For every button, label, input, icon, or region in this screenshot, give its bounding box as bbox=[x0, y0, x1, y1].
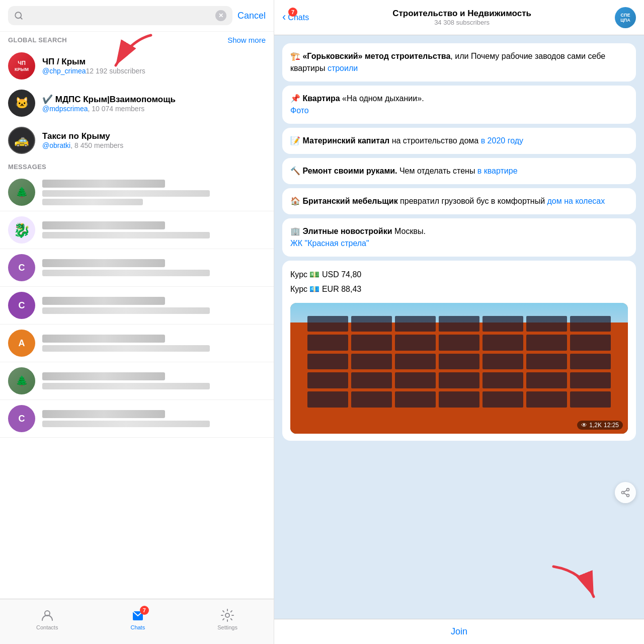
chat-text-blur-6 bbox=[42, 383, 210, 389]
red-arrow-indicator bbox=[101, 30, 161, 83]
building-windows bbox=[307, 316, 611, 408]
messages-list: 🌲 🐉 С bbox=[0, 174, 274, 599]
message-2: 📌 Квартира «На одном дыхании». Фото bbox=[282, 86, 636, 124]
back-chevron-icon: ‹ bbox=[282, 11, 286, 24]
msg-text-5: 🏠 Британский мебельщик превратил грузово… bbox=[290, 195, 628, 207]
rate-usd: Курс 💵 USD 74,80 bbox=[290, 268, 628, 282]
msg-link-4[interactable]: в квартире bbox=[477, 167, 518, 175]
bottom-navigation: Contacts 7 Chats Settings bbox=[0, 599, 274, 644]
svg-point-4 bbox=[225, 613, 229, 617]
chat-item-6[interactable]: 🌲 bbox=[0, 362, 274, 400]
image-metadata: 👁 1,2K 12:25 bbox=[577, 421, 623, 430]
message-4: 🔨 Ремонт своими руками. Чем отделать сте… bbox=[282, 158, 636, 184]
rate-eur: Курс 💶 EUR 88,43 bbox=[290, 282, 628, 297]
svg-line-8 bbox=[624, 493, 627, 495]
chat-text-blur-3 bbox=[42, 270, 210, 276]
msg-text-2: 📌 Квартира «На одном дыхании». Фото bbox=[290, 93, 628, 117]
result-name-mdps: ✔️ МДПС Крым|Взаимопомощь bbox=[42, 94, 266, 105]
contacts-icon bbox=[40, 608, 54, 622]
msg-text-4: 🔨 Ремонт своими руками. Чем отделать сте… bbox=[290, 165, 628, 177]
search-bar: Крым ✕ Cancel bbox=[0, 0, 274, 32]
channel-avatar[interactable]: СПЕЦПА bbox=[615, 7, 636, 28]
message-5: 🏠 Британский мебельщик превратил грузово… bbox=[282, 188, 636, 214]
msg-link-6[interactable]: ЖК "Красная стрела" bbox=[290, 239, 369, 248]
message-1: 🏗️ «Горьковский» метод строительства, ил… bbox=[282, 43, 636, 82]
chat-info-5 bbox=[42, 335, 266, 352]
join-bar: Join bbox=[274, 619, 644, 644]
result-info-taxi: Такси по Крыму @obratki, 8 450 members bbox=[42, 131, 266, 149]
avatar-chat6: 🌲 bbox=[8, 367, 35, 394]
msg-text-1: 🏗️ «Горьковский» метод строительства, ил… bbox=[290, 50, 628, 74]
chat-info-3 bbox=[42, 259, 266, 276]
search-icon bbox=[14, 11, 23, 20]
chat-info-4 bbox=[42, 297, 266, 314]
back-button[interactable]: 7 ‹ Chats bbox=[282, 12, 309, 24]
search-input-wrapper: Крым ✕ bbox=[8, 6, 232, 25]
chat-item-2[interactable]: 🐉 bbox=[0, 211, 274, 249]
avatar-chat2: 🐉 bbox=[8, 216, 35, 244]
chats-badge: 7 bbox=[140, 606, 149, 615]
right-panel: 7 ‹ Chats Строительство и Недвижимость 3… bbox=[274, 0, 644, 644]
messages-section-header: MESSAGES bbox=[0, 159, 274, 174]
avatar-chat4: С bbox=[8, 292, 35, 319]
message-3: 📝 Материнский капитал на строительство д… bbox=[282, 128, 636, 154]
view-count: 1,2K bbox=[589, 422, 602, 429]
chat-item-4[interactable]: С bbox=[0, 287, 274, 325]
nav-chats[interactable]: 7 Chats bbox=[130, 608, 145, 630]
join-arrow-indicator bbox=[543, 561, 614, 609]
msg-link-3[interactable]: в 2020 году bbox=[481, 136, 523, 145]
settings-icon bbox=[220, 608, 234, 622]
channel-info: Строительство и Недвижимость 34 308 subs… bbox=[314, 9, 610, 26]
msg-text-6: 🏢 Элитные новостройки Москвы. ЖК "Красна… bbox=[290, 225, 628, 250]
search-input[interactable]: Крым bbox=[27, 11, 211, 21]
nav-contacts-label: Contacts bbox=[36, 624, 58, 630]
chats-icon: 7 bbox=[131, 608, 145, 622]
result-info-mdps: ✔️ МДПС Крым|Взаимопомощь @mdpscrimea, 1… bbox=[42, 94, 266, 113]
left-panel: Крым ✕ Cancel GLOBAL SEARCH Show more ЧП… bbox=[0, 0, 274, 644]
channel-name: Строительство и Недвижимость bbox=[314, 9, 610, 19]
channel-header: 7 ‹ Chats Строительство и Недвижимость 3… bbox=[274, 0, 644, 35]
global-search-title: GLOBAL SEARCH bbox=[8, 36, 67, 44]
chat-text-blur-5 bbox=[42, 345, 210, 352]
chat-name-blur-5 bbox=[42, 335, 165, 343]
view-icon: 👁 bbox=[581, 422, 587, 429]
msg-link-2[interactable]: Фото bbox=[290, 106, 309, 115]
nav-contacts[interactable]: Contacts bbox=[36, 608, 58, 630]
chat-messages: 🏗️ «Горьковский» метод строительства, ил… bbox=[274, 35, 644, 619]
message-6: 🏢 Элитные новостройки Москвы. ЖК "Красна… bbox=[282, 218, 636, 257]
chat-info-6 bbox=[42, 372, 266, 389]
avatar-chat3: С bbox=[8, 254, 35, 281]
chat-info-1 bbox=[42, 180, 266, 205]
channel-subscribers: 34 308 subscribers bbox=[314, 19, 610, 26]
channel-avatar-inner: СПЕЦПА bbox=[615, 7, 636, 28]
nav-settings[interactable]: Settings bbox=[217, 608, 237, 630]
show-more-button[interactable]: Show more bbox=[227, 36, 266, 44]
message-rates: Курс 💵 USD 74,80 Курс 💶 EUR 88,43 👁 1,2K… bbox=[282, 261, 636, 441]
cancel-button[interactable]: Cancel bbox=[237, 11, 266, 21]
chat-text-blur-2 bbox=[42, 232, 210, 238]
chat-text2-blur-1 bbox=[42, 199, 143, 205]
image-time: 12:25 bbox=[604, 422, 619, 429]
join-button[interactable]: Join bbox=[451, 626, 467, 637]
msg-link-5[interactable]: дом на колесах bbox=[547, 197, 605, 205]
chat-name-blur-6 bbox=[42, 372, 165, 380]
share-button[interactable] bbox=[615, 482, 636, 503]
search-result-taxi[interactable]: 🚕 Такси по Крыму @obratki, 8 450 members bbox=[0, 122, 274, 159]
msg-text-3: 📝 Материнский капитал на строительство д… bbox=[290, 135, 628, 147]
chat-name-blur-2 bbox=[42, 221, 165, 229]
chat-item-1[interactable]: 🌲 bbox=[0, 174, 274, 211]
chat-text-blur-1 bbox=[42, 190, 210, 197]
msg-link-1[interactable]: строили bbox=[328, 64, 358, 72]
messages-section-title: MESSAGES bbox=[8, 163, 46, 171]
chat-name-blur-4 bbox=[42, 297, 165, 305]
search-result-mdps[interactable]: 🐱 ✔️ МДПС Крым|Взаимопомощь @mdpscrimea,… bbox=[0, 85, 274, 122]
building-image[interactable]: 👁 1,2K 12:25 bbox=[290, 303, 628, 434]
chat-item-5[interactable]: А bbox=[0, 325, 274, 362]
result-sub-taxi: @obratki, 8 450 members bbox=[42, 141, 266, 149]
chat-item-7[interactable]: С bbox=[0, 400, 274, 438]
clear-search-button[interactable]: ✕ bbox=[215, 10, 226, 21]
avatar-taxi: 🚕 bbox=[8, 127, 35, 154]
avatar-chat5: А bbox=[8, 330, 35, 357]
chat-info-2 bbox=[42, 221, 266, 238]
chat-item-3[interactable]: С bbox=[0, 249, 274, 287]
